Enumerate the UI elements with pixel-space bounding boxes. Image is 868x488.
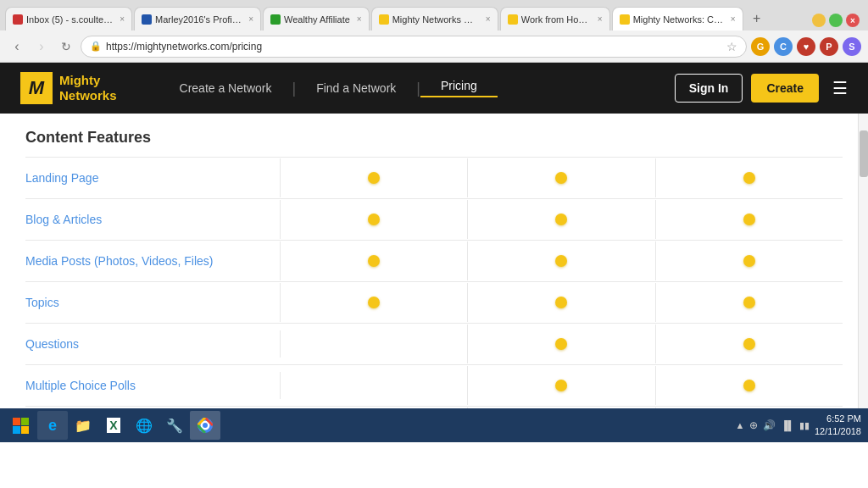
logo-icon: M (20, 72, 53, 104)
plan-col-3 (655, 283, 843, 322)
taskbar-app5[interactable]: 🔧 (159, 411, 190, 440)
table-row: Questions (25, 324, 843, 365)
plan-col-1 (280, 241, 467, 280)
dot-indicator (368, 255, 380, 267)
table-row: Blog & Articles (25, 199, 843, 241)
ext-icon-1[interactable]: G (751, 37, 770, 56)
new-tab-button[interactable]: + (745, 7, 769, 30)
taskbar-sys-icon-1: ▲ (735, 420, 744, 430)
dot-indicator (743, 380, 755, 391)
ext-icon-3[interactable]: ♥ (797, 37, 815, 56)
tab-3[interactable]: Wealthy Affiliate × (263, 7, 370, 30)
nav-pricing[interactable]: Pricing (420, 79, 498, 97)
address-bar[interactable]: 🔒 https://mightynetworks.com/pricing ☆ (81, 36, 747, 58)
tab-6-label: Mighty Networks: Crea... (633, 14, 724, 25)
dot-indicator (555, 214, 567, 225)
plan-col-1 (280, 158, 467, 197)
taskbar-chrome[interactable] (190, 411, 220, 440)
ext-icon-5[interactable]: S (843, 37, 861, 56)
tab-1[interactable]: Inbox (5) - s.coulter.apo... × (5, 7, 132, 30)
taskbar-battery-icon: ▮▮ (799, 420, 810, 431)
plan-col-3 (655, 200, 843, 239)
tab-4-close[interactable]: × (486, 14, 491, 24)
tab-3-label: Wealthy Affiliate (284, 14, 350, 25)
tab-5-label: Work from Home (521, 14, 591, 25)
dot-indicator (555, 338, 567, 350)
taskbar-explorer[interactable]: 📁 (68, 411, 98, 440)
nav-create-network[interactable]: Create a Network (159, 81, 292, 95)
taskbar-excel[interactable]: X (98, 411, 129, 440)
site-nav: M Mighty Networks Create a Network | Fin… (0, 63, 868, 114)
taskbar-clock: 6:52 PM 12/11/2018 (815, 413, 861, 439)
feature-label: Blog & Articles (25, 199, 280, 240)
lock-icon: 🔒 (90, 41, 102, 52)
scrollbar-thumb[interactable] (860, 130, 868, 177)
tab-4[interactable]: Mighty Networks New S... × (371, 7, 498, 30)
plan-col-1 (280, 200, 467, 239)
dot-indicator (368, 297, 380, 308)
plan-col-2 (467, 366, 654, 405)
reload-button[interactable]: ↻ (56, 36, 76, 57)
table-row: Media Posts (Photos, Videos, Files) (25, 241, 843, 282)
plan-col-2 (467, 158, 654, 197)
feature-label: Media Posts (Photos, Videos, Files) (25, 241, 280, 281)
dot-indicator (555, 297, 567, 308)
dot-indicator (368, 214, 380, 225)
nav-find-network[interactable]: Find a Network (296, 81, 416, 95)
hamburger-icon[interactable]: ☰ (832, 78, 848, 98)
dot-indicator (743, 338, 755, 350)
tab-5-close[interactable]: × (598, 14, 603, 24)
tab-1-close[interactable]: × (120, 14, 125, 24)
plan-col-2 (467, 241, 654, 280)
dot-indicator (555, 255, 567, 267)
tab-4-label: Mighty Networks New S... (392, 14, 479, 25)
plan-col-2 (467, 324, 654, 363)
taskbar-ie[interactable]: e (37, 411, 68, 440)
feature-label: Multiple Choice Polls (25, 365, 280, 406)
table-row: Multiple Choice Polls (25, 365, 843, 407)
plan-col-1-empty (280, 330, 467, 358)
plan-col-2 (467, 283, 654, 322)
start-button[interactable] (3, 410, 37, 441)
dot-indicator (743, 172, 755, 184)
feature-label: Topics (25, 282, 280, 323)
tab-6-close[interactable]: × (731, 14, 736, 24)
minimize-button[interactable] (812, 14, 826, 27)
logo[interactable]: M Mighty Networks (20, 72, 117, 104)
tab-2[interactable]: Marley2016's Profile at t... × (134, 7, 261, 30)
svg-rect-2 (13, 426, 20, 434)
ext-icon-2[interactable]: C (774, 37, 793, 56)
tab-2-close[interactable]: × (248, 14, 253, 24)
dot-indicator (743, 297, 755, 308)
sign-in-button[interactable]: Sign In (675, 74, 743, 103)
maximize-button[interactable] (829, 14, 843, 27)
create-button[interactable]: Create (751, 74, 819, 103)
table-row: Topics (25, 282, 843, 324)
taskbar: e 📁 X 🌐 🔧 ▲ ⊕ 🔊 (0, 408, 868, 442)
plan-col-1 (280, 283, 467, 322)
close-button[interactable]: × (846, 14, 860, 27)
forward-button[interactable]: › (31, 36, 52, 57)
plan-col-3 (655, 366, 843, 405)
svg-point-6 (203, 423, 208, 428)
plan-col-3 (655, 158, 843, 197)
tab-5[interactable]: Work from Home × (500, 7, 610, 30)
table-row: Landing Page (25, 157, 843, 199)
svg-rect-3 (21, 426, 29, 434)
section-title: Content Features (25, 129, 843, 147)
feature-label: Landing Page (25, 158, 280, 198)
taskbar-network-icon: ⊕ (749, 419, 758, 431)
back-button[interactable]: ‹ (7, 36, 27, 57)
taskbar-app4[interactable]: 🌐 (129, 411, 159, 440)
feature-label: Questions (25, 324, 280, 364)
plan-col-3 (655, 241, 843, 280)
tab-3-close[interactable]: × (357, 14, 362, 24)
dot-indicator (368, 172, 380, 184)
tab-1-label: Inbox (5) - s.coulter.apo... (26, 14, 113, 25)
svg-rect-0 (13, 418, 20, 425)
scrollbar-track[interactable] (858, 114, 868, 442)
bookmark-icon[interactable]: ☆ (726, 40, 737, 53)
tab-6-active[interactable]: Mighty Networks: Crea... × (612, 7, 743, 30)
ext-icon-4[interactable]: P (820, 37, 838, 56)
address-text: https://mightynetworks.com/pricing (106, 41, 262, 53)
